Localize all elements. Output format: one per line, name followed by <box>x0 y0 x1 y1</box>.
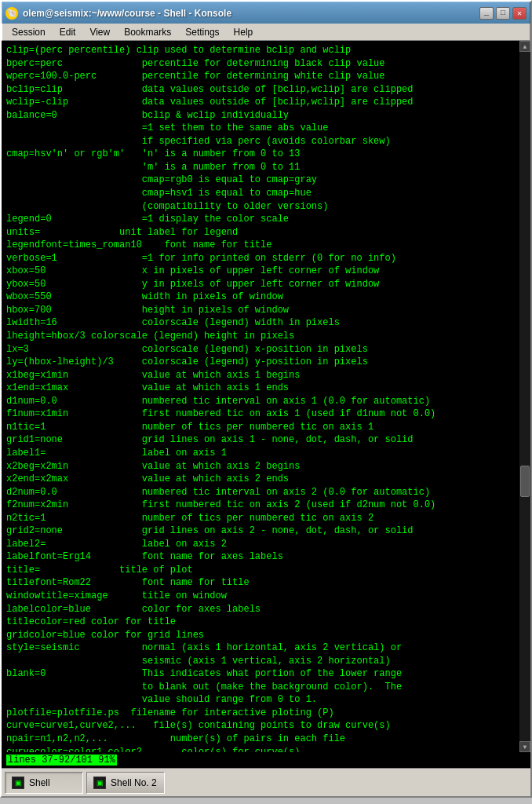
maximize-button[interactable]: □ <box>496 7 510 20</box>
taskbar-label-shell1: Shell <box>29 777 50 788</box>
scrollbar-up-button[interactable]: ▲ <box>519 41 530 52</box>
menu-bar: Session Edit View Bookmarks Settings Hel… <box>2 24 530 41</box>
scrollbar[interactable]: ▲ ▼ <box>519 41 530 752</box>
terminal-output[interactable]: clip=(perc percentile) clip used to dete… <box>2 41 523 752</box>
menu-help[interactable]: Help <box>228 25 260 39</box>
app-icon-symbol: 🐚 <box>7 9 16 18</box>
title-bar: 🐚 olem@seismix:~/www/course - Shell - Ko… <box>2 2 530 24</box>
status-bar: lines 37-92/101 91% <box>2 752 530 768</box>
terminal-text: clip=(perc percentile) clip used to dete… <box>6 44 518 752</box>
menu-edit[interactable]: Edit <box>53 25 82 39</box>
menu-bookmarks[interactable]: Bookmarks <box>118 25 177 39</box>
minimize-button[interactable]: _ <box>479 7 494 20</box>
taskbar-item-shell1[interactable]: ▣ Shell <box>5 772 83 794</box>
terminal-container: clip=(perc percentile) clip used to dete… <box>2 41 530 752</box>
menu-view[interactable]: View <box>83 25 116 39</box>
taskbar-icon-shell1: ▣ <box>12 777 24 789</box>
taskbar-item-shell2[interactable]: ▣ Shell No. 2 <box>86 772 165 794</box>
main-window: 🐚 olem@seismix:~/www/course - Shell - Ko… <box>0 0 532 798</box>
menu-settings[interactable]: Settings <box>179 25 225 39</box>
title-bar-left: 🐚 olem@seismix:~/www/course - Shell - Ko… <box>5 7 231 20</box>
menu-session[interactable]: Session <box>5 25 52 39</box>
taskbar-label-shell2: Shell No. 2 <box>111 777 157 788</box>
status-text: lines 37-92/101 91% <box>6 755 117 766</box>
taskbar: ▣ Shell ▣ Shell No. 2 <box>2 768 530 796</box>
taskbar-icon-shell2: ▣ <box>93 777 106 789</box>
close-button[interactable]: ✕ <box>512 7 527 20</box>
window-title: olem@seismix:~/www/course - Shell - Kons… <box>23 8 231 19</box>
scrollbar-down-button[interactable]: ▼ <box>519 741 530 752</box>
app-icon: 🐚 <box>5 7 18 20</box>
scrollbar-thumb[interactable] <box>520 466 530 497</box>
window-controls: _ □ ✕ <box>479 7 527 20</box>
scrollbar-track[interactable] <box>519 52 530 741</box>
